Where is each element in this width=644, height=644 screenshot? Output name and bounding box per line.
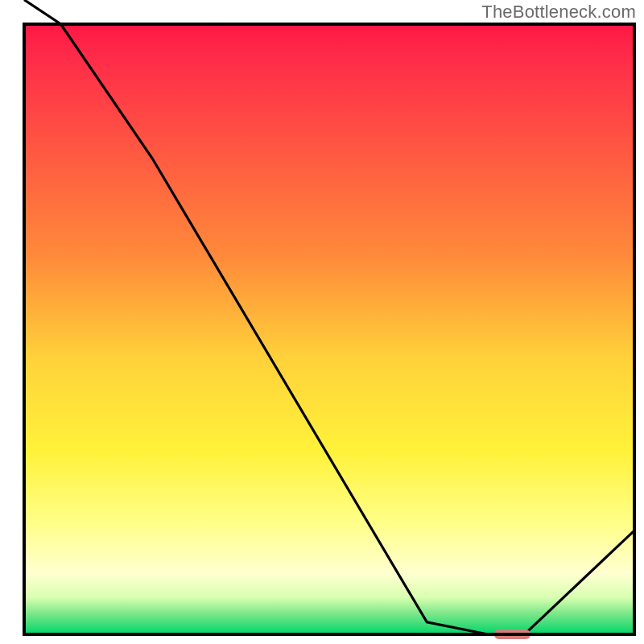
plot-background [24, 24, 634, 634]
chart-container: TheBottleneck.com [0, 0, 644, 644]
chart-svg [0, 0, 644, 644]
